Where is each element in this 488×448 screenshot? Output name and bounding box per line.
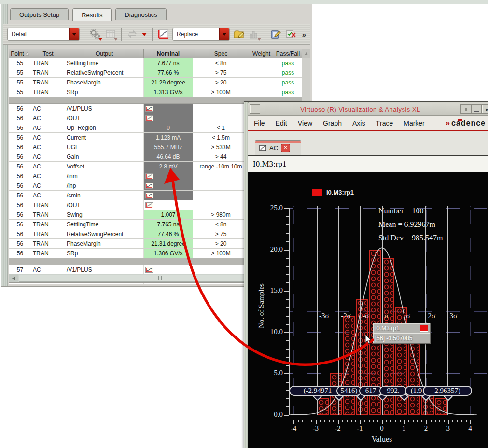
cell-point[interactable]: 56 bbox=[9, 210, 31, 219]
cell-nominal[interactable]: 1.306 GV/s bbox=[144, 249, 193, 258]
edit-setup-button[interactable] bbox=[233, 28, 245, 41]
cell-spec[interactable] bbox=[193, 191, 249, 200]
cell-output[interactable]: Gain bbox=[65, 152, 144, 161]
histogram-button[interactable] bbox=[248, 28, 260, 41]
cell-spec[interactable]: > 980m bbox=[193, 210, 249, 219]
range-callout[interactable]: 2.96357) bbox=[423, 386, 472, 396]
rerun-button[interactable] bbox=[126, 28, 139, 41]
cell-spec[interactable]: > 75 bbox=[193, 68, 249, 77]
cell-output[interactable]: /OUT bbox=[65, 200, 144, 210]
histogram-bar[interactable] bbox=[408, 332, 420, 415]
cell-spec[interactable]: > 20 bbox=[193, 78, 249, 87]
cell-output[interactable]: Voffset bbox=[65, 162, 144, 171]
cell-nominal[interactable]: 1.007 bbox=[144, 210, 193, 219]
menu-axis[interactable]: A̲xis bbox=[352, 119, 365, 127]
cell-test[interactable]: TRAN bbox=[31, 239, 65, 248]
cell-spec[interactable]: > 20 bbox=[193, 239, 249, 248]
histogram-bar[interactable] bbox=[343, 316, 355, 415]
range-callout[interactable]: 5416) bbox=[336, 386, 362, 396]
cell-spec[interactable] bbox=[193, 113, 249, 123]
tab-outputs-setup[interactable]: Outputs Setup bbox=[10, 8, 69, 20]
maximize-button[interactable] bbox=[471, 104, 482, 114]
cell-output[interactable]: SRp bbox=[65, 87, 144, 97]
cell-point[interactable]: 55 bbox=[9, 68, 31, 77]
cell-point[interactable]: 55 bbox=[9, 87, 31, 97]
cell-nominal[interactable]: 21.29 degree bbox=[144, 78, 193, 87]
histogram-bar[interactable] bbox=[435, 398, 447, 415]
toolbar-overflow-chevron[interactable]: » bbox=[302, 30, 306, 39]
cell-point[interactable]: 56 bbox=[9, 181, 31, 190]
cell-spec[interactable]: < 1.5m bbox=[193, 133, 249, 142]
enable-disable-button[interactable] bbox=[285, 28, 297, 41]
column-header-spec[interactable]: Spec bbox=[193, 49, 249, 58]
cell-test[interactable]: AC bbox=[31, 123, 65, 132]
cell-test[interactable]: AC bbox=[31, 181, 65, 190]
cell-point[interactable]: 56 bbox=[9, 239, 31, 248]
cell-test[interactable]: AC bbox=[31, 113, 65, 123]
graph-tab-ac[interactable]: AC × bbox=[255, 140, 301, 155]
cell-output[interactable]: SettlingTime bbox=[65, 220, 144, 229]
cell-nominal[interactable]: 7.765 ns bbox=[144, 220, 193, 229]
replace-combobox[interactable]: Replace bbox=[172, 28, 230, 41]
close-button[interactable]: ▸ bbox=[482, 104, 488, 114]
cell-spec[interactable]: > 44 bbox=[193, 152, 249, 161]
cell-nominal[interactable]: 46.64 dB bbox=[144, 152, 193, 161]
cell-nominal[interactable] bbox=[144, 113, 193, 123]
cell-spec[interactable]: > 100M bbox=[193, 87, 249, 97]
cell-test[interactable]: AC bbox=[31, 104, 65, 113]
range-callout[interactable]: 617 bbox=[359, 386, 382, 396]
cell-spec[interactable]: < 8n bbox=[193, 58, 249, 68]
cell-weight[interactable] bbox=[249, 87, 274, 97]
menu-file[interactable]: F̲ile bbox=[254, 119, 265, 127]
plot-legend[interactable]: I0.M3:rp1 bbox=[312, 189, 354, 196]
cell-test[interactable]: TRAN bbox=[31, 210, 65, 219]
cell-test[interactable]: AC bbox=[31, 152, 65, 161]
detail-combobox[interactable]: Detail bbox=[7, 28, 80, 41]
range-callout[interactable]: 992. bbox=[379, 386, 407, 396]
cell-output[interactable]: /OUT bbox=[65, 113, 144, 123]
cell-output[interactable]: SRp bbox=[65, 249, 144, 258]
cell-output[interactable]: Swing bbox=[65, 210, 144, 219]
cell-weight[interactable] bbox=[249, 68, 274, 77]
cell-nominal[interactable] bbox=[144, 104, 193, 113]
chevron-down-icon[interactable] bbox=[69, 28, 79, 40]
cell-nominal[interactable]: 7.677 ns bbox=[144, 58, 193, 68]
shade-button[interactable] bbox=[460, 104, 471, 114]
cell-point[interactable]: 56 bbox=[9, 152, 31, 161]
column-header-nominal[interactable]: Nominal bbox=[144, 49, 193, 58]
cell-point[interactable]: 55 bbox=[9, 58, 31, 68]
annotate-button[interactable] bbox=[269, 28, 282, 41]
cell-test[interactable]: AC bbox=[31, 191, 65, 200]
cell-test[interactable]: AC bbox=[31, 162, 65, 171]
column-setup-button[interactable] bbox=[104, 28, 117, 41]
cell-output[interactable]: SettlingTime bbox=[65, 58, 144, 68]
cell-point[interactable]: 56 bbox=[9, 113, 31, 123]
cell-spec[interactable] bbox=[193, 104, 249, 113]
cell-spec[interactable]: range -10m 10m bbox=[193, 162, 249, 171]
cell-output[interactable]: PhaseMargin bbox=[65, 239, 144, 248]
column-header-weight[interactable]: Weight bbox=[249, 49, 274, 58]
column-header-output[interactable]: Output bbox=[65, 49, 144, 58]
cell-point[interactable]: 56 bbox=[9, 229, 31, 238]
cell-point[interactable]: 56 bbox=[9, 191, 31, 200]
chevron-down-icon[interactable] bbox=[219, 28, 229, 40]
cell-output[interactable]: /inp bbox=[65, 181, 144, 190]
cell-point[interactable]: 56 bbox=[9, 123, 31, 132]
scroll-up-button[interactable] bbox=[302, 49, 310, 58]
histogram-plot[interactable]: I0.M3:rp1 Number = 100 Mean = 6.92967m S… bbox=[248, 172, 488, 448]
cell-output[interactable]: /V1/PLUS bbox=[65, 265, 144, 274]
plot-button[interactable] bbox=[157, 28, 169, 41]
cell-output[interactable]: RelativeSwingPercent bbox=[65, 229, 144, 238]
cell-test[interactable]: TRAN bbox=[31, 200, 65, 210]
cell-nominal[interactable]: 77.66 % bbox=[144, 68, 193, 77]
cell-spec[interactable]: < 1 bbox=[193, 123, 249, 132]
chevron-down-icon[interactable] bbox=[257, 38, 261, 41]
cell-weight[interactable] bbox=[249, 78, 274, 87]
cell-nominal[interactable]: 2.8 mV bbox=[144, 162, 193, 171]
cell-nominal[interactable] bbox=[144, 265, 193, 274]
cell-output[interactable]: RelativeSwingPercent bbox=[65, 68, 144, 77]
cell-nominal[interactable] bbox=[144, 171, 193, 181]
cell-test[interactable]: AC bbox=[31, 142, 65, 152]
cell-test[interactable]: AC bbox=[31, 133, 65, 142]
cell-output[interactable]: Op_Region bbox=[65, 123, 144, 132]
